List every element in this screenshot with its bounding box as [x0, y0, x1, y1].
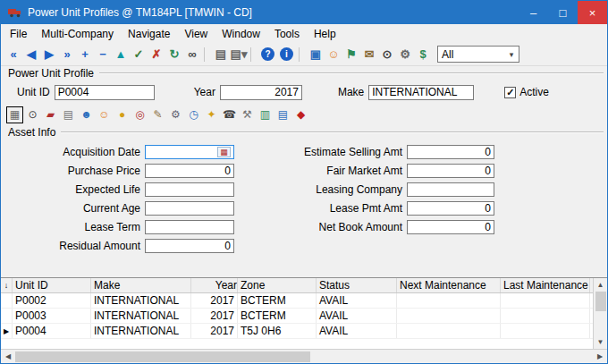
- menu-item[interactable]: Multi-Company: [34, 26, 121, 42]
- settings-icon[interactable]: ⚙: [396, 46, 414, 63]
- sort-icon[interactable]: ↓: [1, 278, 13, 292]
- scroll-up-icon[interactable]: ▲: [594, 278, 608, 292]
- field-label: Net Book Amount: [272, 221, 402, 233]
- vertical-scrollbar[interactable]: ▲ ▼: [593, 278, 607, 349]
- field-input[interactable]: [407, 182, 494, 197]
- minimize-button[interactable]: –: [519, 1, 548, 24]
- field-input[interactable]: 0: [407, 220, 494, 234]
- info-icon[interactable]: i: [280, 47, 293, 61]
- filter-combobox[interactable]: All ▾: [437, 46, 519, 63]
- maximize-button[interactable]: □: [548, 1, 578, 24]
- field-input[interactable]: ▦: [145, 145, 234, 159]
- toolbar-icon[interactable]: [299, 47, 304, 62]
- refresh-icon[interactable]: ↻: [165, 46, 183, 63]
- key-icon[interactable]: ✦: [203, 106, 220, 123]
- make-field[interactable]: INTERNATIONAL: [368, 85, 474, 100]
- active-checkbox[interactable]: [504, 87, 516, 98]
- people-icon[interactable]: ☻: [78, 106, 95, 123]
- field-input[interactable]: [145, 201, 234, 216]
- table-row[interactable]: ▶P0004INTERNATIONAL2017T5J 0H6AVAIL: [1, 324, 593, 339]
- clock-icon[interactable]: ◷: [185, 106, 202, 123]
- tools-icon[interactable]: ⚒: [239, 106, 256, 123]
- first-record-icon[interactable]: «: [4, 46, 22, 63]
- column-header[interactable]: Next Maintenance: [397, 278, 501, 292]
- monitor-icon[interactable]: ▣: [307, 46, 325, 63]
- binoculars-icon[interactable]: ∞: [183, 46, 201, 63]
- table-row[interactable]: P0002INTERNATIONAL2017BCTERMAVAIL: [1, 293, 593, 309]
- field-input[interactable]: 0: [145, 239, 234, 253]
- menu-item[interactable]: Help: [307, 26, 343, 42]
- toolbar-icon[interactable]: [250, 47, 256, 62]
- field-label: Lease Term: [8, 221, 140, 233]
- truck-icon[interactable]: ▰: [42, 106, 59, 123]
- target-icon[interactable]: ◎: [131, 106, 148, 123]
- driver-icon[interactable]: ☺: [96, 106, 113, 123]
- notes-icon[interactable]: ▤: [274, 106, 291, 123]
- search-icon[interactable]: ⊙: [378, 46, 396, 63]
- unit-id-field[interactable]: P0004: [55, 85, 155, 100]
- scroll-right-icon[interactable]: ▶: [593, 350, 607, 364]
- table-cell: 2017: [191, 324, 238, 338]
- vertical-scroll-thumb[interactable]: [595, 292, 606, 311]
- menu-item[interactable]: Window: [215, 26, 267, 42]
- find-icon[interactable]: ⊙: [24, 106, 41, 123]
- form-row: Leasing Company: [272, 182, 494, 197]
- chevron-down-icon[interactable]: ▾: [504, 50, 519, 59]
- last-record-icon[interactable]: »: [58, 46, 76, 63]
- help-icon[interactable]: ?: [261, 47, 274, 61]
- empty-area: [1, 258, 607, 277]
- year-label: Year: [194, 86, 215, 98]
- calendar-button[interactable]: ▦: [217, 147, 231, 157]
- column-header[interactable]: Status: [317, 278, 397, 292]
- scroll-down-icon[interactable]: ▼: [594, 335, 608, 349]
- field-input[interactable]: 0: [407, 145, 494, 159]
- currency-icon[interactable]: $: [414, 46, 432, 63]
- horizontal-scroll-thumb[interactable]: [15, 351, 310, 362]
- scroll-left-icon[interactable]: ◀: [1, 350, 15, 364]
- column-header[interactable]: Last Maintenance: [501, 278, 590, 292]
- asset-info-icon[interactable]: ▦: [6, 106, 23, 123]
- menu-item[interactable]: View: [177, 26, 215, 42]
- column-header[interactable]: Zone: [238, 278, 317, 292]
- menu-item[interactable]: Navigate: [121, 26, 177, 42]
- document-icon[interactable]: ▤: [60, 106, 77, 123]
- mail-icon[interactable]: ✉: [360, 46, 378, 63]
- toolbar-icon[interactable]: [204, 47, 209, 62]
- grid-main: ↓ Unit IDMakeYearZoneStatusNext Maintena…: [1, 278, 593, 349]
- clipboard-icon[interactable]: ▥: [257, 106, 274, 123]
- field-label: Current Age: [8, 202, 140, 215]
- column-header[interactable]: Year: [191, 278, 238, 292]
- column-header[interactable]: Make: [91, 278, 191, 292]
- table-row[interactable]: P0003INTERNATIONAL2017BCTERMAVAIL: [1, 309, 593, 324]
- field-input[interactable]: [145, 182, 234, 197]
- user-icon[interactable]: ☺: [325, 46, 342, 63]
- add-record-icon[interactable]: +: [76, 46, 94, 63]
- remove-record-icon[interactable]: −: [94, 46, 112, 63]
- flag-icon[interactable]: ⚑: [342, 46, 360, 63]
- field-input[interactable]: 0: [407, 201, 494, 216]
- year-field[interactable]: 2017: [220, 85, 302, 100]
- asset-section-header: Asset Info: [1, 125, 607, 140]
- field-input[interactable]: 0: [145, 164, 234, 178]
- phone-icon[interactable]: ☎: [221, 106, 238, 123]
- close-button[interactable]: ×: [578, 1, 607, 24]
- form-row: Lease Term: [8, 220, 234, 234]
- field-input[interactable]: [145, 220, 234, 234]
- horizontal-scrollbar[interactable]: ◀ ▶: [1, 349, 607, 363]
- wrench-icon[interactable]: ⚙: [167, 106, 184, 123]
- save-icon[interactable]: ✓: [130, 46, 148, 63]
- print-icon[interactable]: ▤: [212, 46, 230, 63]
- table-cell: P0003: [13, 309, 91, 323]
- menu-item[interactable]: File: [3, 26, 34, 42]
- print-options-icon[interactable]: ▤▾: [230, 46, 248, 63]
- next-record-icon[interactable]: ▶: [40, 46, 58, 63]
- field-input[interactable]: 0: [407, 164, 494, 178]
- pdf-icon[interactable]: ◆: [292, 106, 309, 123]
- previous-record-icon[interactable]: ◀: [22, 46, 40, 63]
- pencil-icon[interactable]: ✎: [149, 106, 166, 123]
- menu-item[interactable]: Tools: [267, 26, 307, 42]
- column-header[interactable]: Unit ID: [13, 278, 91, 292]
- cancel-icon[interactable]: ✗: [148, 46, 165, 63]
- insert-record-icon[interactable]: ▲: [112, 46, 130, 63]
- coins-icon[interactable]: ●: [114, 106, 131, 123]
